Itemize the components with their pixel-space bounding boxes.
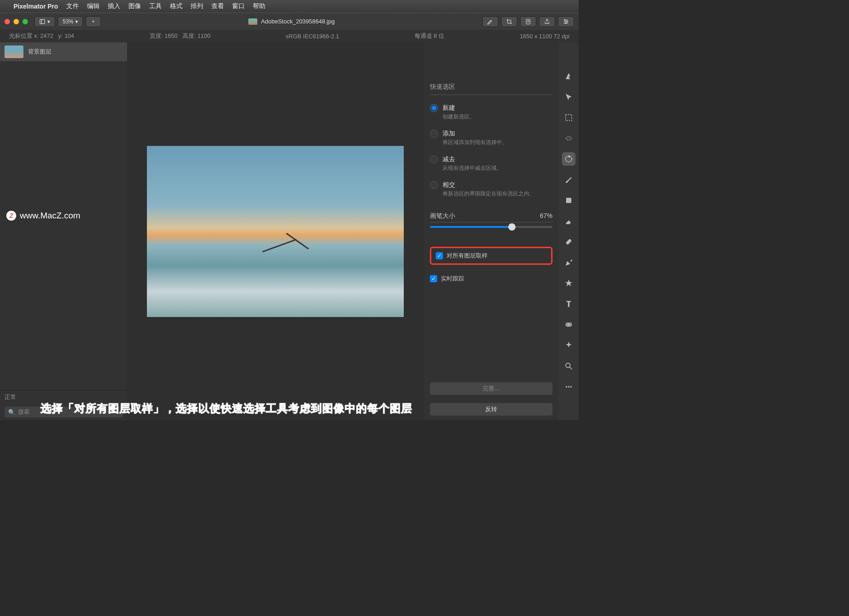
share-button[interactable] xyxy=(539,16,555,27)
watermark: Z www.MacZ.com xyxy=(6,211,80,221)
color-picker-button[interactable] xyxy=(482,16,498,27)
live-track-checkbox[interactable]: ✓ xyxy=(430,275,437,282)
filename-label: AdobeStock_203958648.jpg xyxy=(261,18,334,25)
favorites-tool-icon[interactable] xyxy=(562,276,575,290)
svg-rect-12 xyxy=(566,239,572,245)
radio-new[interactable] xyxy=(430,104,438,112)
svg-point-15 xyxy=(566,363,570,367)
menu-file[interactable]: 文件 xyxy=(66,2,79,10)
mode-intersect-title: 相交 xyxy=(443,181,552,189)
sample-all-label: 对所有图层取样 xyxy=(447,252,488,260)
svg-point-10 xyxy=(566,156,571,162)
watermark-badge-icon: Z xyxy=(6,211,16,221)
mode-intersect-row[interactable]: 相交 将新选区的界限限定在现有选区之内。 xyxy=(430,181,552,198)
live-track-row[interactable]: ✓ 实时跟踪 xyxy=(430,275,552,283)
cursor-y-label: y: xyxy=(58,32,63,39)
more-tool-icon[interactable] xyxy=(562,380,575,394)
layer-thumbnail xyxy=(5,45,23,58)
info-bar: 光标位置 x: 2472 y: 104 宽度: 1650 高度: 1100 sR… xyxy=(0,30,579,42)
crop-button[interactable] xyxy=(501,16,517,27)
canvas-area[interactable] xyxy=(127,42,424,420)
document-image xyxy=(147,146,404,317)
menu-edit[interactable]: 编辑 xyxy=(87,2,100,10)
invert-button[interactable]: 反转 xyxy=(430,403,552,416)
inspector-panel: 快速选区 新建 创建新选区。 添加 将区域添加到现有选择中。 减去 xyxy=(424,42,559,420)
sample-all-checkbox[interactable]: ✓ xyxy=(436,252,443,259)
radio-intersect[interactable] xyxy=(430,181,438,189)
menu-arrange[interactable]: 排列 xyxy=(191,2,203,10)
plus-icon: ＋ xyxy=(91,18,96,25)
zoom-tool-icon[interactable] xyxy=(562,359,575,373)
highlight-annotation: ✓ 对所有图层取样 xyxy=(430,247,552,265)
document-thumb xyxy=(248,18,257,25)
zoom-dropdown[interactable]: 53% ▾ xyxy=(58,16,83,27)
app-window: ▾ 53% ▾ ＋ AdobeStock_203958648.jpg 光标位置 … xyxy=(0,13,579,420)
menu-image[interactable]: 图像 xyxy=(128,2,141,10)
close-button[interactable] xyxy=(5,19,10,24)
bit-depth: 每通道 8 位 xyxy=(415,32,444,40)
heal-tool-icon[interactable] xyxy=(562,235,575,249)
mode-new-title: 新建 xyxy=(443,104,552,112)
svg-point-6 xyxy=(565,19,566,20)
mode-add-row[interactable]: 添加 将区域添加到现有选择中。 xyxy=(430,130,552,146)
effects-tool-icon[interactable] xyxy=(562,339,575,352)
menu-view[interactable]: 查看 xyxy=(211,2,224,10)
cursor-x-value: 2472 xyxy=(40,32,53,39)
app-name[interactable]: Pixelmator Pro xyxy=(14,3,58,10)
mode-subtract-title: 减去 xyxy=(443,155,552,163)
brush-tool-icon[interactable] xyxy=(562,173,575,186)
svg-point-17 xyxy=(566,386,567,387)
blend-mode-dropdown[interactable]: 正常 xyxy=(5,393,16,401)
style-tool-icon[interactable] xyxy=(562,69,575,83)
eraser-tool-icon[interactable] xyxy=(562,214,575,228)
sidebar-toggle-button[interactable]: ▾ xyxy=(34,16,55,27)
menu-tools[interactable]: 工具 xyxy=(149,2,162,10)
zoom-value: 53% xyxy=(63,18,73,25)
svg-point-7 xyxy=(566,21,567,22)
cursor-y-value: 104 xyxy=(64,32,74,39)
menu-window[interactable]: 窗口 xyxy=(232,2,245,10)
menu-help[interactable]: 帮助 xyxy=(253,2,265,10)
svg-line-16 xyxy=(570,367,572,370)
traffic-lights xyxy=(5,19,28,24)
svg-point-14 xyxy=(568,322,572,327)
svg-rect-0 xyxy=(40,19,45,23)
layer-name: 背景图层 xyxy=(28,48,51,56)
width-label: 宽度: xyxy=(150,32,163,39)
minimize-button[interactable] xyxy=(14,19,19,24)
colorfill-tool-icon[interactable] xyxy=(562,318,575,331)
add-button[interactable]: ＋ xyxy=(86,16,101,27)
adjustments-button[interactable] xyxy=(558,16,574,27)
live-track-label: 实时跟踪 xyxy=(441,275,464,283)
svg-rect-11 xyxy=(566,198,571,203)
tool-strip xyxy=(559,42,579,420)
shape-tool-icon[interactable] xyxy=(562,194,575,207)
sample-all-row[interactable]: ✓ 对所有图层取样 xyxy=(436,252,547,260)
mode-subtract-row[interactable]: 减去 从现有选择中减去区域。 xyxy=(430,155,552,172)
mode-new-row[interactable]: 新建 创建新选区。 xyxy=(430,104,552,121)
refine-button[interactable]: 完善… xyxy=(430,382,552,395)
macos-menubar: Pixelmator Pro 文件 编辑 插入 图像 工具 格式 排列 查看 窗… xyxy=(0,0,579,13)
menu-format[interactable]: 格式 xyxy=(170,2,183,10)
color-profile: sRGB IEC61966-2.1 xyxy=(286,33,339,40)
brush-size-label: 画笔大小 xyxy=(430,212,455,220)
chevron-down-icon: ▾ xyxy=(75,18,78,25)
radio-add[interactable] xyxy=(430,130,438,138)
arrow-tool-icon[interactable] xyxy=(562,90,575,104)
fullscreen-button[interactable] xyxy=(23,19,28,24)
width-value: 1650 xyxy=(164,32,178,39)
quickselect-tool-icon[interactable] xyxy=(562,152,575,166)
menu-insert[interactable]: 插入 xyxy=(108,2,120,10)
marquee-tool-icon[interactable] xyxy=(562,111,575,124)
text-tool-icon[interactable] xyxy=(562,297,575,311)
brush-size-slider[interactable] xyxy=(430,226,552,228)
freeselect-tool-icon[interactable] xyxy=(562,131,575,145)
pen-tool-icon[interactable] xyxy=(562,256,575,269)
radio-subtract[interactable] xyxy=(430,155,438,163)
tutorial-annotation: 选择「对所有图层取样」，选择以使快速选择工具考虑到图像中的每个图层 xyxy=(41,401,412,416)
export-button[interactable] xyxy=(520,16,536,27)
svg-point-18 xyxy=(568,386,569,387)
layer-row-bg[interactable]: 背景图层 xyxy=(0,42,127,61)
mode-add-title: 添加 xyxy=(443,130,552,138)
titlebar: ▾ 53% ▾ ＋ AdobeStock_203958648.jpg xyxy=(0,13,579,30)
